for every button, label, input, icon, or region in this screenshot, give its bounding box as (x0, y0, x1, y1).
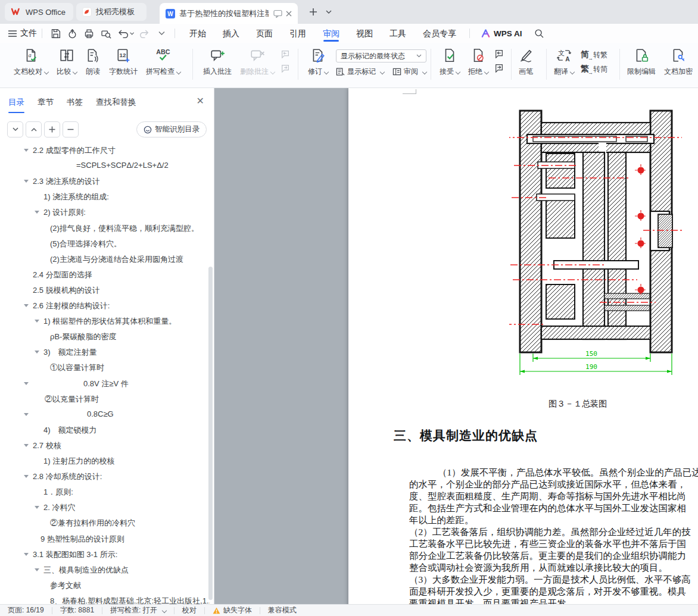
translate-button[interactable]: 文A 翻译 (550, 45, 578, 79)
menu-item-home[interactable]: 开始 (181, 24, 214, 43)
tab-docer[interactable]: 找稻壳模板 (76, 3, 147, 21)
menu-item-insert[interactable]: 插入 (214, 24, 248, 43)
toc-expand-arrow-icon[interactable] (24, 553, 29, 556)
toc-item[interactable]: 2.4 分型面的选择 (0, 267, 210, 283)
toc-expand-arrow-icon[interactable] (24, 413, 29, 416)
close-tab-icon[interactable] (286, 11, 292, 17)
toc-expand-arrow-icon[interactable] (35, 211, 39, 214)
toc-item[interactable]: 2.6 注射模的结构设计: (0, 298, 210, 314)
next-change-icon[interactable] (494, 63, 504, 73)
assembly-drawing-figure[interactable]: 150 190 (509, 94, 682, 379)
word-count-indicator[interactable]: 字数: 8881 (52, 605, 102, 615)
toc-item[interactable]: 2.5 脱模机构的设计 (0, 283, 210, 298)
toc-item[interactable]: (2)排气良好，使料流平稳，顺利充满型腔。 (0, 221, 210, 236)
share-icon[interactable] (65, 26, 79, 40)
toc-expand-arrow-icon[interactable] (24, 149, 29, 152)
previous-comment-icon[interactable] (280, 49, 291, 58)
save-icon[interactable] (48, 26, 63, 40)
toc-item[interactable]: 2.8 冷却系统的设计: (0, 469, 210, 484)
toc-item[interactable]: ②以克量计算时 (0, 392, 210, 407)
markup-state-dropdown[interactable]: 显示标记的最终状态 (336, 49, 426, 62)
menu-item-page[interactable]: 页面 (248, 24, 281, 43)
toc-item[interactable]: =SCPLS+SCPΔ/2+LS+Δ/2 (0, 158, 210, 174)
print-preview-icon[interactable] (98, 26, 113, 40)
print-icon[interactable] (82, 26, 96, 40)
menu-item-review[interactable]: 审阅 (314, 24, 348, 43)
show-markup-button[interactable]: 显示标记 (336, 67, 384, 77)
toc-expand-arrow-icon[interactable] (35, 568, 39, 571)
toc-item[interactable]: (5)合理选择冷料穴。 (0, 236, 210, 252)
toc-item[interactable]: 9 热塑性制品的设计原则 (0, 531, 210, 547)
simplified-to-traditional-button[interactable]: 简→ 转繁 (581, 49, 607, 60)
sidebar-scrollbar[interactable] (208, 267, 213, 600)
toc-item[interactable]: 8、杨春柏.塑料成型基础.北京:轻工业出版社,1... (0, 593, 210, 604)
tab-document-active[interactable]: W 基于热塑性的按钮塑料注塑模具 (160, 3, 298, 24)
menu-item-membership[interactable]: 会员专享 (415, 24, 465, 43)
body-text[interactable]: （1）发展不平衡，产品总体水平较低。虽然个别企业的产品已达的水平，个别企业的部分… (409, 467, 698, 604)
toc-expand-arrow-icon[interactable] (35, 506, 39, 509)
toc-item[interactable]: 参考文献 (0, 578, 210, 593)
toc-item[interactable]: 1) 根据塑件的形状估算其体积和重量。 (0, 314, 210, 329)
menu-item-tools[interactable]: 工具 (381, 24, 415, 43)
toc-item[interactable]: 1) 浇注系统的组成: (0, 189, 210, 205)
toc-expand-arrow-icon[interactable] (24, 475, 29, 478)
toc-item[interactable]: 三、模具制造业的优缺点 (0, 562, 210, 578)
toc-expand-arrow-icon[interactable] (24, 304, 29, 307)
next-comment-icon[interactable] (280, 63, 291, 73)
toc-item[interactable]: 3) 额定注射量 (0, 345, 210, 360)
comment-bubble-icon[interactable] (273, 10, 282, 18)
undo-icon[interactable] (115, 26, 135, 40)
menu-item-view[interactable]: 视图 (348, 24, 381, 43)
page-indicator[interactable]: 页面: 16/19 (0, 605, 52, 615)
spellcheck-indicator[interactable]: 拼写检查: 打开 (102, 605, 174, 615)
toc-expand-arrow-icon[interactable] (35, 320, 39, 323)
read-aloud-button[interactable]: 朗读 (81, 45, 105, 79)
reject-change-button[interactable]: 拒绝 (464, 45, 493, 79)
redo-icon[interactable] (138, 26, 152, 40)
toc-item[interactable]: ρB-聚碳酸脂的密度 (0, 329, 210, 345)
track-changes-button[interactable]: 修订 (304, 45, 332, 79)
toc-item[interactable]: ②兼有拉料作用的冷料穴 (0, 515, 210, 531)
tab-list-dropdown-icon[interactable] (322, 5, 335, 18)
file-menu-button[interactable]: 文件 (8, 28, 37, 39)
wps-ai-button[interactable]: WPS AI (481, 29, 522, 38)
toc-item[interactable]: 2.2 成型零件的工作尺寸 (0, 143, 210, 158)
missing-font-warning[interactable]: 缺失字体 (205, 605, 260, 615)
toc-item[interactable]: 4) 额定锁模力 (0, 423, 210, 438)
toc-expand-arrow-icon[interactable] (24, 444, 29, 447)
toc-expand-arrow-icon[interactable] (35, 351, 39, 354)
compare-button[interactable]: 比较 (52, 45, 81, 79)
accept-change-button[interactable]: 接受 (435, 45, 464, 79)
toc-expand-arrow-icon[interactable] (24, 180, 29, 183)
proofread-button[interactable]: 校对 (174, 605, 204, 615)
delete-comment-button[interactable]: 删除批注 (236, 45, 279, 79)
redo-dropdown-icon[interactable] (154, 26, 169, 40)
previous-change-icon[interactable] (494, 49, 504, 58)
compat-mode-indicator[interactable]: 兼容模式 (260, 605, 304, 615)
document-proof-button[interactable]: a 文档校对 (10, 45, 52, 79)
toc-item[interactable]: 0.8C≥G (0, 407, 210, 423)
insert-comment-button[interactable]: 插入批注 (199, 45, 236, 79)
encrypt-document-button[interactable]: 文档加密 (660, 45, 697, 79)
document-page[interactable]: 150 190 图３－１总装图 三、模具制造业的优缺点 （1）发展不平衡，产品总… (348, 88, 698, 604)
toc-item[interactable]: 1) 注射压力的的校核 (0, 454, 210, 469)
toc-item[interactable]: 1．原则: (0, 484, 210, 500)
menu-item-reference[interactable]: 引用 (281, 24, 314, 43)
pen-button[interactable]: 画笔 (514, 45, 538, 79)
toc-item[interactable]: 2.3 浇注系统的设计 (0, 174, 210, 189)
toc-item[interactable]: 0.8V 注≥V 件 (0, 376, 210, 392)
restrict-editing-button[interactable]: 限制编辑 (623, 45, 660, 79)
traditional-to-simplified-button[interactable]: 繁→ 转简 (581, 64, 607, 74)
new-tab-button[interactable] (307, 5, 320, 18)
review-pane-button[interactable]: 审阅 (392, 67, 426, 77)
tab-wps-home[interactable]: WPS Office (5, 3, 73, 21)
word-count-button[interactable]: 12 字数统计 (105, 45, 142, 79)
toc-expand-arrow-icon[interactable] (24, 382, 29, 385)
toc-item[interactable]: (2)主浇道与分浇道结合处采用圆角过渡 (0, 252, 210, 267)
search-icon[interactable] (532, 26, 546, 40)
toc-item[interactable]: 3.1 装配图如图 3-1 所示: (0, 547, 210, 562)
toc-item[interactable]: 2. 冷料穴 (0, 500, 210, 515)
toc-item[interactable]: 2.7 校核 (0, 438, 210, 454)
spell-check-button[interactable]: ABC 拼写检查 (142, 45, 185, 79)
toc-item[interactable]: 2) 设计原则: (0, 205, 210, 220)
